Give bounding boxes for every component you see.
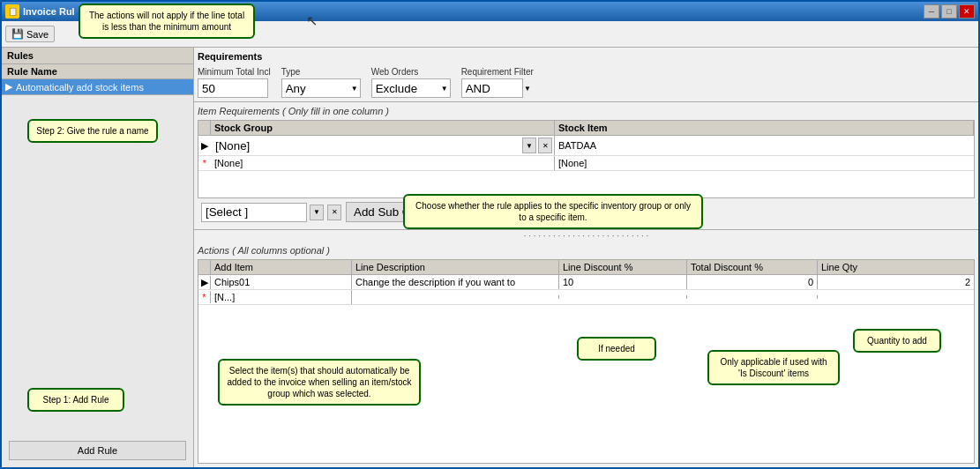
req-filter-select[interactable]: AND [461, 78, 523, 98]
row1-disc: 10 [559, 275, 687, 289]
main-window: 📋 Invoice Rul ─ □ ✕ 💾 Save Rules Rule Na… [0, 0, 980, 469]
row1-group-dropdown-btn[interactable]: ▼ [522, 138, 536, 153]
req-filter-select-wrapper: AND [461, 78, 534, 98]
row1-qty: 2 [818, 275, 974, 289]
main-content: Rules Rule Name ▶ Automatically add stoc… [2, 48, 978, 467]
callout-step1: Step 1: Add Rule [27, 388, 124, 412]
stock-group-header: Stock Group [211, 121, 555, 135]
item-req-row-2: * [None] [None] [198, 156, 974, 171]
rules-header: Rules [2, 48, 193, 64]
type-label: Type [281, 67, 361, 77]
window-controls: ─ □ ✕ [924, 4, 975, 19]
callout-only-applicable: Only applicable if used with 'Is Discoun… [707, 350, 840, 385]
callout-if-needed-text: If needed [598, 344, 635, 354]
row2-add-item: [N...] [211, 290, 352, 304]
row1-line-desc: Change the description if you want to [352, 275, 559, 289]
callout-min-text: The actions will not apply if the line t… [89, 11, 244, 32]
requirements-fields: Minimum Total Incl Type Any Web Orders [198, 67, 975, 98]
row1-add-item: Chips01 [211, 275, 352, 289]
grid-header-row: Stock Group Stock Item [198, 121, 974, 136]
select-input[interactable] [201, 203, 307, 222]
select-dropdown: ▼ ✕ [201, 203, 342, 222]
web-orders-label: Web Orders [371, 67, 451, 77]
rule-name-col-header: Rule Name [2, 64, 193, 79]
item-req-row-1: ▶ ▼ ✕ BATDAA [198, 136, 974, 156]
row2-qty [818, 295, 974, 299]
row2-line-desc [352, 295, 559, 299]
item-req-grid: Stock Group Stock Item ▶ ▼ ✕ BATDAA [198, 120, 975, 198]
web-orders-select-wrapper: Exclude [371, 78, 451, 98]
row2-item-field: [None] [555, 156, 974, 170]
save-button[interactable]: 💾 Save [5, 26, 55, 42]
callout-step2: Step 2: Give the rule a name [27, 119, 158, 143]
add-rule-button[interactable]: Add Rule [9, 441, 186, 460]
act-spacer [198, 260, 211, 274]
actions-data-row-1: ▶ Chips01 Change the description if you … [198, 275, 974, 290]
act-total-disc-header: Total Discount % [687, 260, 818, 274]
requirements-section: Requirements Minimum Total Incl Type Any [194, 48, 978, 102]
row2-group-field: [None] [211, 156, 555, 170]
callout-step2-text: Step 2: Give the rule a name [36, 126, 148, 136]
req-filter-field: Requirement Filter AND [461, 67, 534, 98]
act-line-desc-header: Line Description [352, 260, 559, 274]
min-total-input[interactable] [198, 78, 268, 98]
callout-quantity-text: Quantity to add [867, 336, 927, 346]
save-icon: 💾 [11, 28, 24, 40]
mouse-cursor: ↖ [306, 12, 318, 29]
callout-choose-text: Choose whether the rule applies to the s… [415, 201, 691, 222]
save-label: Save [26, 29, 49, 40]
header-spacer [198, 121, 211, 135]
act-line-disc-header: Line Discount % [559, 260, 687, 274]
row1-disc-value: 10 [563, 277, 573, 287]
web-orders-field: Web Orders Exclude [371, 67, 451, 98]
callout-if-needed: If needed [577, 337, 656, 361]
actions-data-row-2: * [N...] [198, 290, 974, 305]
web-orders-select[interactable]: Exclude [371, 78, 451, 98]
act-add-item-header: Add Item [211, 260, 352, 274]
row1-item-value: BATDAA [558, 140, 596, 151]
minimize-button[interactable]: ─ [924, 4, 939, 19]
req-filter-label: Requirement Filter [461, 67, 534, 77]
row2-disc [559, 295, 687, 299]
rule-row[interactable]: ▶ Automatically add stock items [2, 79, 193, 95]
callout-select-items: Select the item(s) that should automatic… [218, 359, 421, 406]
row-arrow-icon: ▶ [5, 81, 12, 93]
row2-star-act: * [198, 291, 211, 303]
row2-item-value: [None] [558, 158, 587, 168]
stock-item-header: Stock Item [555, 121, 974, 135]
row1-group-field: ▼ ✕ [211, 136, 555, 155]
close-button[interactable]: ✕ [959, 4, 975, 19]
divider-dots: · · · · · · · · · · · · · · · · · · · · … [194, 230, 978, 242]
row1-arrow-act: ▶ [198, 276, 211, 289]
row1-group-clear-btn[interactable]: ✕ [538, 138, 552, 153]
maximize-button[interactable]: □ [941, 4, 957, 19]
row1-total-disc: 0 [687, 275, 818, 289]
min-total-field: Minimum Total Incl [198, 67, 271, 98]
type-select[interactable]: Any [281, 78, 361, 98]
window-title: Invoice Rul [23, 6, 75, 17]
min-total-label: Minimum Total Incl [198, 67, 271, 77]
type-select-wrapper: Any [281, 78, 361, 98]
callout-only-applicable-text: Only applicable if used with 'Is Discoun… [720, 357, 827, 378]
rule-name-text: Automatically add stock items [16, 82, 144, 93]
act-line-qty-header: Line Qty [818, 260, 974, 274]
type-field: Type Any [281, 67, 361, 98]
row2-total-disc [687, 295, 818, 299]
row2-star-icon: * [198, 158, 211, 168]
callout-quantity: Quantity to add [853, 329, 941, 353]
row1-group-input[interactable] [212, 138, 521, 154]
row2-group-value: [None] [214, 158, 243, 168]
window-icon: 📋 [5, 4, 19, 19]
callout-choose-group: Choose whether the rule applies to the s… [403, 194, 703, 229]
select-clear-btn[interactable]: ✕ [327, 205, 341, 220]
row1-arrow-icon: ▶ [198, 140, 211, 152]
select-dropdown-btn[interactable]: ▼ [310, 205, 324, 220]
actions-header: Actions ( All columns optional ) [198, 245, 975, 256]
actions-header-row: Add Item Line Description Line Discount … [198, 260, 974, 275]
row1-item-field: BATDAA [555, 138, 974, 153]
callout-select-text: Select the item(s) that should automatic… [227, 366, 411, 398]
callout-minimum-amount: The actions will not apply if the line t… [79, 4, 255, 39]
callout-step1-text: Step 1: Add Rule [42, 395, 108, 405]
item-req-header: Item Requirements ( Only fill in one col… [198, 106, 975, 116]
requirements-header: Requirements [198, 51, 975, 62]
